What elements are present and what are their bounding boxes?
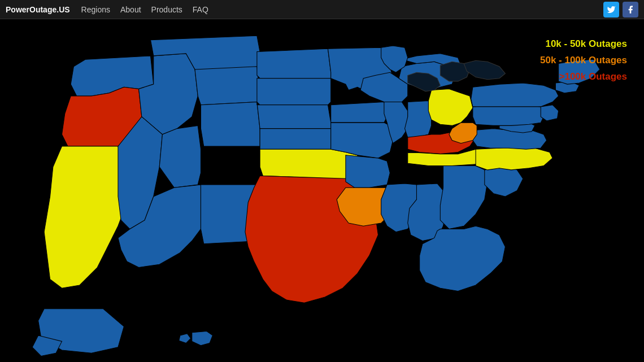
facebook-button[interactable] xyxy=(623,2,638,18)
nav-link-products[interactable]: Products xyxy=(151,5,182,14)
svg-marker-12 xyxy=(257,49,331,78)
nav-link-about[interactable]: About xyxy=(120,5,141,14)
legend-item-red: >100k Outages xyxy=(540,69,627,85)
legend-item-orange: 50k - 100k Outages xyxy=(540,53,627,69)
legend-item-yellow: 10k - 50k Outages xyxy=(540,36,627,53)
svg-marker-27 xyxy=(405,101,432,137)
svg-marker-14 xyxy=(257,102,331,129)
map-container: 10k - 50k Outages 50k - 100k Outages >10… xyxy=(0,19,644,362)
svg-marker-36 xyxy=(476,146,552,170)
svg-marker-21 xyxy=(346,155,390,188)
nav-link-regions[interactable]: Regions xyxy=(81,5,110,14)
svg-marker-13 xyxy=(257,78,331,105)
twitter-button[interactable] xyxy=(603,2,619,18)
svg-marker-41 xyxy=(471,83,559,107)
social-buttons xyxy=(603,2,638,18)
svg-marker-19 xyxy=(331,102,387,123)
svg-marker-40 xyxy=(473,105,544,126)
legend: 10k - 50k Outages 50k - 100k Outages >10… xyxy=(540,36,627,85)
svg-marker-37 xyxy=(473,129,547,150)
nav-link-faq[interactable]: FAQ xyxy=(193,5,208,14)
svg-marker-5 xyxy=(195,67,260,105)
svg-marker-16 xyxy=(260,149,358,178)
svg-marker-9 xyxy=(201,102,260,146)
nav-brand[interactable]: PowerOutage.US xyxy=(6,5,70,14)
navbar: PowerOutage.US Regions About Products FA… xyxy=(0,0,644,19)
svg-marker-15 xyxy=(260,129,331,150)
